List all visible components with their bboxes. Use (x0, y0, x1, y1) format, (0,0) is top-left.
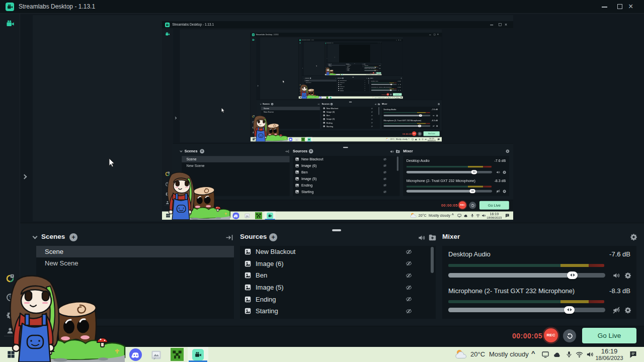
volume-slider[interactable] (448, 273, 605, 278)
go-live-button[interactable]: Go Live (393, 93, 402, 96)
tray-chevron-up-icon[interactable]: ^ (452, 213, 454, 217)
volume-slider-handle[interactable] (471, 170, 477, 174)
scene-item[interactable]: New Scene (36, 257, 234, 269)
record-button[interactable]: REC (387, 94, 389, 96)
preview-display[interactable]: Streamlabs Desktop - 1.13.1 × ? Scenes +… (325, 43, 382, 75)
source-item[interactable]: Image (5) (293, 175, 399, 182)
audio-source-icon[interactable] (366, 77, 368, 79)
taskbar-clock[interactable]: 16:19 18/06/2023 (394, 97, 400, 99)
tray-chevron-up-icon[interactable]: ^ (531, 349, 535, 357)
replay-buffer-button[interactable] (375, 72, 376, 73)
scene-item[interactable]: New Scene (182, 162, 289, 169)
go-live-button[interactable]: Go Live (479, 201, 509, 210)
visibility-hidden-icon[interactable] (383, 177, 387, 180)
volume-slider-handle[interactable] (469, 189, 475, 193)
photos-taskbar-icon[interactable] (323, 97, 325, 99)
scene-item[interactable]: New Scene (304, 81, 337, 83)
notification-center-icon[interactable] (400, 97, 402, 99)
volume-slider[interactable] (384, 125, 431, 127)
scene-item[interactable]: New Scene (261, 110, 320, 114)
speaker-icon[interactable] (398, 84, 399, 85)
tray-microphone-icon[interactable] (470, 213, 474, 217)
preview-display[interactable]: Streamlabs Desktop - 1.13.1 × ? Streamla… (251, 33, 442, 142)
taskbar-clock[interactable]: 16:19 18/06/2023 (377, 74, 380, 75)
add-scene-button[interactable]: + (271, 103, 274, 106)
replay-buffer-button[interactable] (563, 329, 576, 342)
maximize-button[interactable] (499, 23, 501, 26)
preview-display[interactable] (339, 44, 370, 62)
weather-condition[interactable]: Mostly cloudy (396, 138, 408, 141)
scene-item-selected[interactable]: Scene (182, 156, 289, 162)
record-button[interactable]: REC (458, 201, 466, 209)
scene-item-selected[interactable]: Scene (261, 107, 320, 110)
volume-slider[interactable] (448, 308, 605, 312)
scrollbar-thumb[interactable] (368, 80, 369, 84)
scenes-collapse-chevron-icon[interactable] (180, 149, 182, 152)
audio-source-icon[interactable] (374, 103, 377, 106)
editor-camera-icon[interactable] (252, 39, 255, 41)
record-button[interactable]: REC (373, 72, 374, 74)
weather-icon[interactable] (454, 349, 468, 360)
notification-center-icon[interactable] (505, 213, 510, 218)
tray-microphone-icon[interactable] (566, 350, 573, 358)
scrollbar-thumb[interactable] (363, 65, 363, 67)
volume-slider[interactable] (371, 84, 397, 84)
volume-slider[interactable] (407, 190, 492, 193)
volume-slider[interactable] (371, 90, 397, 90)
scene-item-selected[interactable]: Scene (36, 246, 234, 257)
add-scene-button[interactable]: + (310, 77, 311, 79)
tray-wifi-icon[interactable] (392, 97, 393, 99)
weather-temperature[interactable]: 20°C (419, 213, 427, 217)
volume-slider-handle[interactable] (390, 84, 392, 85)
source-item[interactable]: Image (6) (321, 110, 380, 114)
minecraft-taskbar-icon[interactable] (255, 212, 262, 219)
source-item[interactable]: Starting (240, 305, 436, 317)
weather-icon[interactable] (410, 213, 417, 219)
visibility-hidden-icon[interactable] (364, 88, 365, 89)
tray-monitor-icon[interactable] (457, 213, 462, 218)
channel-gear-icon[interactable] (380, 67, 380, 68)
tray-monitor-icon[interactable] (412, 138, 414, 141)
tray-wifi-icon[interactable] (421, 138, 424, 141)
tray-microphone-icon[interactable] (419, 138, 421, 141)
volume-slider-handle[interactable] (418, 125, 421, 127)
weather-condition[interactable]: Mostly cloudy (368, 74, 372, 75)
replay-buffer-button[interactable] (390, 94, 392, 96)
add-scene-button[interactable]: + (69, 233, 77, 241)
volume-slider[interactable] (364, 70, 378, 71)
source-item[interactable]: New Blackout (293, 156, 399, 162)
go-live-button[interactable]: Go Live (424, 131, 440, 136)
mixer-settings-gear-icon[interactable] (400, 77, 401, 78)
close-button[interactable]: × (505, 22, 507, 28)
editor-camera-icon[interactable] (326, 44, 327, 45)
collapse-panel-icon[interactable] (225, 233, 233, 242)
resize-handle[interactable] (332, 229, 341, 231)
streamlabs-taskbar-tile[interactable] (188, 347, 208, 362)
visibility-hidden-icon[interactable] (383, 164, 387, 167)
notification-center-icon[interactable] (380, 74, 381, 75)
minimize-button[interactable] (602, 7, 607, 8)
visibility-hidden-icon[interactable] (405, 273, 413, 279)
scene-item[interactable]: New Scene (328, 66, 346, 67)
preview-display[interactable]: Streamlabs Desktop - 1.13.1 × ? Streamla… (162, 21, 513, 220)
tray-wifi-icon[interactable] (575, 350, 584, 358)
source-item[interactable]: Starting (321, 125, 380, 128)
record-button[interactable]: REC (412, 132, 416, 136)
weather-condition[interactable]: Mostly cloudy (378, 97, 384, 98)
channel-gear-icon[interactable] (624, 272, 631, 279)
source-item[interactable]: Ben (293, 169, 399, 175)
visibility-hidden-icon[interactable] (405, 308, 413, 314)
volume-slider-handle[interactable] (567, 272, 578, 279)
source-item[interactable]: Starting (346, 70, 363, 71)
tray-wifi-icon[interactable] (475, 213, 480, 218)
close-button[interactable]: × (628, 2, 633, 12)
audio-source-icon[interactable] (418, 234, 426, 242)
preview-display[interactable]: Streamlabs Desktop - 1.13.1 × ? Streamla… (298, 39, 403, 99)
weather-condition[interactable]: Mostly cloudy (489, 350, 529, 358)
notification-center-icon[interactable] (628, 350, 638, 359)
visibility-hidden-icon[interactable] (364, 82, 365, 83)
add-source-button[interactable]: + (349, 64, 349, 64)
add-scene-button[interactable]: + (200, 149, 204, 154)
visibility-hidden-icon[interactable] (383, 170, 387, 174)
maximize-button[interactable] (617, 4, 622, 9)
